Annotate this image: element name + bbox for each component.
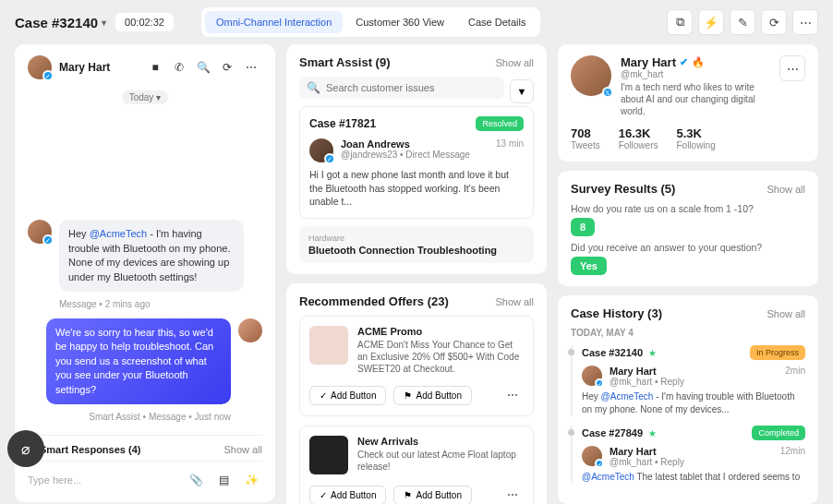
avatar: ✓ xyxy=(582,446,602,466)
conversation-column: ✓ Mary Hart ■ ✆ 🔍 ⟳ ⋯ Today▾ ✓ Hey @Acme… xyxy=(15,44,275,504)
check-icon: ✓ xyxy=(320,390,327,401)
message-bubble: Hey @AcmeTech - I'm having trouble with … xyxy=(59,220,244,292)
stat-number: 708 xyxy=(571,126,600,140)
case-body: Hi I got a new phone last month and love… xyxy=(309,168,524,209)
offer-title: ACME Promo xyxy=(357,326,524,337)
video-icon[interactable]: ■ xyxy=(144,56,166,78)
more-icon[interactable]: ⋯ xyxy=(792,9,818,35)
check-icon: ✓ xyxy=(320,490,327,500)
survey-title: Survey Results (5) xyxy=(571,182,675,196)
mention[interactable]: @AcmeTech xyxy=(601,391,654,402)
top-actions: ⧉ ⚡ ✎ ⟳ ⋯ xyxy=(667,9,818,35)
profile-column: 𝕏 Mary Hart ✔ 🔥 @mk_hart I'm a tech nerd… xyxy=(558,44,818,504)
status-badge: Completed xyxy=(752,426,805,440)
fire-icon: 🔥 xyxy=(692,56,705,68)
stat-number: 5.3K xyxy=(676,126,715,140)
knowledge-card[interactable]: Hardware Bluetooth Connection Troublesho… xyxy=(299,226,534,263)
more-icon[interactable]: ⋯ xyxy=(501,484,524,504)
filter-icon[interactable]: ▼ xyxy=(510,79,534,103)
add-button-flag[interactable]: ⚑Add Button xyxy=(393,386,471,405)
attachment-icon[interactable]: 📎 xyxy=(185,469,207,491)
show-all-link[interactable]: Show all xyxy=(767,184,805,195)
status-badge: Resolved xyxy=(476,116,524,131)
message-bubble: We're so sorry to hear this, so we'd be … xyxy=(46,318,231,404)
offer-title: New Arrivals xyxy=(357,436,524,447)
person-name: Mary Hart xyxy=(610,446,773,457)
add-button-flag[interactable]: ⚑Add Button xyxy=(393,486,471,504)
incoming-message: ✓ Hey @AcmeTech - I'm having trouble wit… xyxy=(28,220,262,292)
person-name: Joan Andrews xyxy=(341,138,489,150)
avatar: ✓ xyxy=(28,220,52,244)
copy-icon[interactable]: ⧉ xyxy=(667,9,693,35)
history-body: @AcmeTech The latest tablet that I order… xyxy=(582,471,805,484)
camera-icon[interactable]: ⌀ xyxy=(7,430,44,467)
offers-title: Recommended Offers (23) xyxy=(299,294,449,308)
history-day: TODAY, MAY 4 xyxy=(571,328,805,338)
offer-desc: ACME Don't Miss Your Chance to Get an Ex… xyxy=(357,339,524,375)
tab-customer-360[interactable]: Customer 360 View xyxy=(344,11,455,33)
tab-case-details[interactable]: Case Details xyxy=(457,11,537,33)
note-icon[interactable]: ▤ xyxy=(212,469,235,491)
profile-bio: I'm a tech nerd who likes to write about… xyxy=(621,81,770,117)
survey-question: Did you receive an answer to your questi… xyxy=(571,242,805,253)
star-icon: ★ xyxy=(648,428,657,438)
time-label: 12min xyxy=(780,446,805,456)
flag-icon: ⚑ xyxy=(404,390,412,401)
offer-image xyxy=(309,436,348,474)
show-all-link[interactable]: Show all xyxy=(495,57,534,68)
more-icon[interactable]: ⋯ xyxy=(779,55,805,81)
profile-stats: 708Tweets 16.3KFollowers 5.3KFollowing xyxy=(571,126,805,150)
refresh-icon[interactable]: ⟳ xyxy=(216,56,238,78)
profile-handle: @mk_hart xyxy=(621,69,770,79)
stat-label: Followers xyxy=(619,140,658,150)
show-all-link[interactable]: Show all xyxy=(495,296,534,307)
message-meta: Message • 2 mins ago xyxy=(59,299,262,309)
search-icon[interactable]: 🔍 xyxy=(192,56,214,78)
case-id: Case #17821 xyxy=(309,117,376,130)
day-chip: Today▾ xyxy=(122,90,169,104)
case-id: Case #32140 xyxy=(582,347,643,358)
article-title: Bluetooth Connection Troubleshooting xyxy=(308,245,525,256)
status-badge: In Progress xyxy=(750,345,805,360)
stat-label: Following xyxy=(676,140,715,150)
person-handle: @mk_hart • Reply xyxy=(610,377,778,387)
mention[interactable]: @AcmeTech xyxy=(90,228,148,239)
more-icon[interactable]: ⋯ xyxy=(501,384,524,406)
assist-column: Smart Assist (9) Show all 🔍 ▼ Case #1782… xyxy=(286,44,547,504)
refresh-icon[interactable]: ⟳ xyxy=(761,9,787,35)
twitter-badge-icon: 𝕏 xyxy=(602,87,613,98)
sparkle-icon[interactable]: ✨ xyxy=(240,469,262,491)
avatar: 𝕏 xyxy=(571,55,611,96)
add-button-check[interactable]: ✓Add Button xyxy=(309,486,386,504)
mention[interactable]: @AcmeTech xyxy=(582,472,634,482)
verified-icon: ✔ xyxy=(680,56,688,68)
bolt-icon[interactable]: ⚡ xyxy=(698,9,724,35)
case-title[interactable]: Case #32140 ▾ xyxy=(15,15,106,30)
stat-label: Tweets xyxy=(571,140,600,150)
show-all-link[interactable]: Show all xyxy=(767,308,805,319)
history-item[interactable]: Case #27849 ★ Completed ✓ Mary Hart @mk_… xyxy=(571,426,805,484)
conversation-name: Mary Hart xyxy=(59,61,110,74)
graph-icon[interactable]: ✎ xyxy=(730,9,755,35)
time-label: 13 min xyxy=(496,138,524,149)
chevron-down-icon: ▾ xyxy=(102,18,106,28)
category-label: Hardware xyxy=(308,234,525,243)
person-handle: @jandrews23 • Direct Message xyxy=(341,150,489,160)
show-all-link[interactable]: Show all xyxy=(223,444,262,455)
phone-icon[interactable]: ✆ xyxy=(168,56,190,78)
smart-responses-toggle[interactable]: ⌃Smart Responses (4) xyxy=(28,443,140,455)
person-name: Mary Hart xyxy=(610,366,778,377)
person-handle: @mk_hart • Reply xyxy=(610,457,773,467)
case-title-text: Case #32140 xyxy=(15,15,98,30)
history-item[interactable]: Case #32140 ★ In Progress ✓ Mary Hart @m… xyxy=(571,345,805,416)
add-button-check[interactable]: ✓Add Button xyxy=(309,386,386,405)
search-icon: 🔍 xyxy=(307,81,320,94)
composer-input[interactable] xyxy=(28,474,185,486)
related-case-card[interactable]: Case #17821 Resolved ✓ Joan Andrews @jan… xyxy=(299,106,534,219)
stat-number: 16.3K xyxy=(619,126,658,140)
time-label: 2min xyxy=(785,366,805,376)
more-icon[interactable]: ⋯ xyxy=(240,56,262,78)
tab-omni-channel[interactable]: Omni-Channel Interaction xyxy=(205,11,343,33)
flag-icon: ⚑ xyxy=(404,490,412,500)
search-input[interactable] xyxy=(326,82,497,93)
